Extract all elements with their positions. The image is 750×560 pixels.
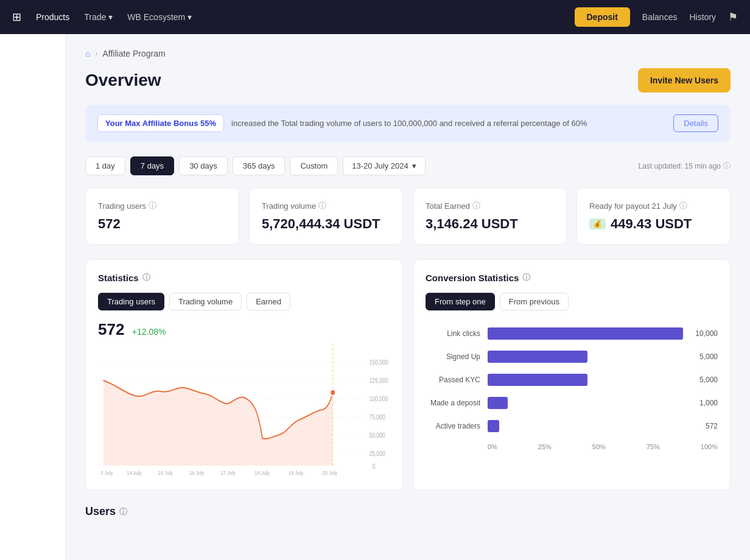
bar-value-made-deposit: 1,000 — [699, 399, 718, 407]
axis-25: 25% — [538, 443, 552, 450]
info-icon[interactable]: ⓘ — [318, 200, 326, 211]
conversion-chart-card: Conversion Statistics ⓘ From step one Fr… — [413, 259, 731, 491]
bar-row-signed-up: Signed Up 5,000 — [426, 351, 718, 363]
breadcrumb: ⌂ › Affiliate Program — [85, 49, 731, 58]
svg-text:25,000: 25,000 — [370, 450, 385, 457]
date-range-picker[interactable]: 13-20 July 2024 ▾ — [343, 156, 426, 175]
bonus-banner: Your Max Affiliate Bonus 55% increased t… — [85, 105, 731, 142]
stat-value-ready-payout: 449.43 USDT — [611, 216, 692, 232]
invite-new-users-button[interactable]: Invite New Users — [638, 68, 731, 93]
bar-fill-link-clicks — [488, 327, 683, 340]
nav-wb-ecosystem[interactable]: WB Ecosystem ▾ — [127, 12, 192, 22]
breadcrumb-home-icon[interactable]: ⌂ — [85, 49, 90, 58]
stat-change: +12.08% — [132, 327, 166, 337]
stats-info-icon[interactable]: ⓘ — [142, 272, 150, 283]
stat-card-total-earned: Total Earned ⓘ 3,146.24 USDT — [413, 187, 567, 245]
bar-track-link-clicks — [488, 327, 683, 340]
filter-30days[interactable]: 30 days — [179, 156, 228, 175]
svg-text:125,000: 125,000 — [370, 377, 388, 384]
bonus-text: increased the Total trading volume of us… — [231, 119, 666, 128]
breadcrumb-separator: › — [95, 49, 97, 58]
nav-trade[interactable]: Trade ▾ — [84, 12, 113, 22]
svg-text:0: 0 — [373, 463, 376, 470]
topnav: ⊞ Products Trade ▾ WB Ecosystem ▾ Deposi… — [0, 0, 750, 34]
page-header: Overview Invite New Users — [85, 68, 731, 93]
axis-100: 100% — [701, 443, 718, 450]
last-updated: Last updated: 15 min ago ⓘ — [639, 161, 731, 171]
svg-text:100,000: 100,000 — [370, 396, 388, 402]
users-info-icon[interactable]: ⓘ — [119, 506, 127, 517]
notifications-icon[interactable]: ⚑ — [728, 10, 738, 24]
page-title: Overview — [85, 71, 161, 90]
bar-row-made-deposit: Made a deposit 1,000 — [426, 397, 718, 409]
svg-text:15 July: 15 July — [158, 469, 173, 476]
bar-track-passed-kyc — [488, 374, 687, 386]
svg-text:20 July: 20 July — [323, 469, 338, 476]
sidebar — [0, 34, 66, 560]
grid-icon[interactable]: ⊞ — [12, 10, 21, 24]
info-icon[interactable]: ⓘ — [679, 200, 687, 211]
tab-from-step-one[interactable]: From step one — [426, 293, 495, 310]
svg-text:75,000: 75,000 — [370, 414, 385, 421]
bar-fill-passed-kyc — [488, 374, 587, 386]
line-chart: 150,000 125,000 100,000 75,000 50,000 25… — [98, 344, 390, 478]
stat-label-total-earned: Total Earned ⓘ — [426, 200, 554, 211]
filter-7days[interactable]: 7 days — [130, 156, 174, 175]
conversion-chart-title: Conversion Statistics ⓘ — [426, 272, 718, 283]
svg-text:18 July: 18 July — [254, 469, 270, 476]
trade-chevron-icon: ▾ — [108, 12, 113, 22]
bar-label-made-deposit: Made a deposit — [426, 399, 480, 407]
conversion-tabs: From step one From previous — [426, 293, 718, 310]
stat-card-ready-payout: Ready for payout 21 July ⓘ 💰 449.43 USDT — [577, 187, 731, 245]
bar-label-signed-up: Signed Up — [426, 352, 480, 361]
users-section-title: Users ⓘ — [85, 505, 731, 518]
bar-fill-signed-up — [488, 351, 587, 363]
deposit-button[interactable]: Deposit — [575, 7, 630, 27]
bar-track-made-deposit — [488, 397, 687, 409]
stats-cards: Trading users ⓘ 572 Trading volume ⓘ 5,7… — [85, 187, 731, 245]
tab-from-previous[interactable]: From previous — [500, 293, 569, 310]
filter-365days[interactable]: 365 days — [233, 156, 286, 175]
nav-balances[interactable]: Balances — [642, 12, 678, 22]
stat-card-trading-volume: Trading volume ⓘ 5,720,444.34 USDT — [249, 187, 403, 245]
tab-trading-volume[interactable]: Trading volume — [169, 293, 242, 310]
payout-icon: 💰 — [589, 219, 606, 229]
bar-label-passed-kyc: Passed KYC — [426, 376, 480, 384]
svg-text:14 July: 14 July — [127, 469, 142, 476]
statistics-tabs: Trading users Trading volume Earned — [98, 293, 390, 310]
tab-earned[interactable]: Earned — [247, 293, 290, 310]
axis-75: 75% — [647, 443, 660, 450]
nav-history[interactable]: History — [689, 12, 716, 22]
tab-trading-users[interactable]: Trading users — [98, 293, 164, 310]
svg-text:150,000: 150,000 — [370, 359, 388, 366]
info-icon[interactable]: ⓘ — [472, 200, 480, 211]
info-icon[interactable]: ⓘ — [149, 200, 156, 211]
svg-text:17 July: 17 July — [220, 469, 236, 476]
bar-chart: Link clicks 10,000 Signed Up 5,000 — [426, 323, 718, 450]
bar-value-active-traders: 572 — [706, 422, 718, 430]
stat-big-row: 572 +12.08% — [98, 320, 390, 339]
bar-label-link-clicks: Link clicks — [426, 329, 480, 338]
filter-1day[interactable]: 1 day — [85, 156, 125, 175]
info-circle-icon: ⓘ — [723, 161, 731, 171]
bar-row-passed-kyc: Passed KYC 5,000 — [426, 374, 718, 386]
conversion-info-icon[interactable]: ⓘ — [522, 272, 530, 283]
filter-custom[interactable]: Custom — [290, 156, 338, 175]
svg-text:19 July: 19 July — [289, 469, 304, 476]
stat-label-trading-volume: Trading volume ⓘ — [262, 200, 390, 211]
bar-label-active-traders: Active traders — [426, 422, 480, 430]
bonus-tag: Your Max Affiliate Bonus 55% — [97, 114, 224, 132]
breadcrumb-current: Affiliate Program — [102, 49, 165, 58]
bar-track-signed-up — [488, 351, 687, 363]
stat-big-value: 572 — [98, 320, 124, 338]
nav-products[interactable]: Products — [36, 12, 69, 22]
stat-card-trading-users: Trading users ⓘ 572 — [85, 187, 239, 245]
charts-row: Statistics ⓘ Trading users Trading volum… — [85, 259, 731, 491]
bar-fill-made-deposit — [488, 397, 508, 409]
stat-label-trading-users: Trading users ⓘ — [98, 200, 226, 211]
details-button[interactable]: Details — [673, 114, 718, 132]
bar-track-active-traders — [488, 420, 693, 432]
statistics-chart-card: Statistics ⓘ Trading users Trading volum… — [85, 259, 403, 491]
main-content: ⌂ › Affiliate Program Overview Invite Ne… — [66, 34, 750, 560]
stat-value-trading-volume: 5,720,444.34 USDT — [262, 216, 390, 232]
